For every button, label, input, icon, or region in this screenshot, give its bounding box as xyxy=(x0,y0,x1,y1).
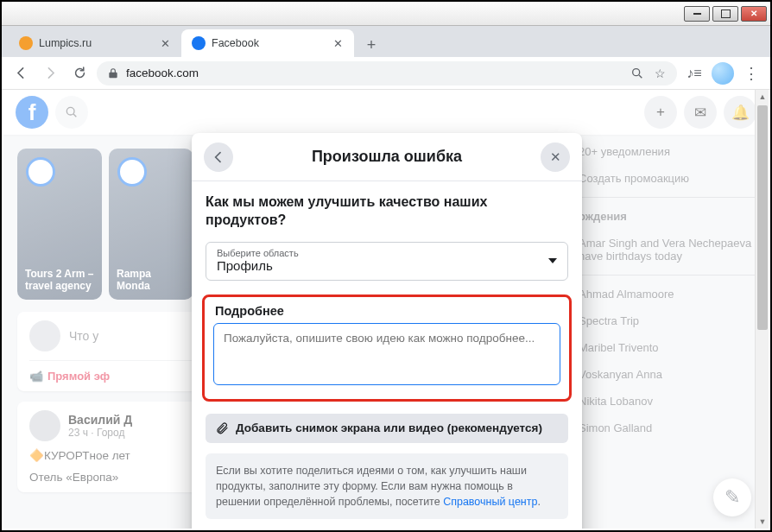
story-card[interactable]: Tours 2 Arm – travel agency xyxy=(17,149,102,300)
messenger-icon[interactable]: ✉ xyxy=(684,96,717,129)
scrollbar-thumb[interactable] xyxy=(757,105,768,330)
media-button[interactable]: ♪≡ xyxy=(682,61,706,86)
area-select[interactable]: Выберите область Профиль xyxy=(206,242,568,281)
composer-placeholder[interactable]: Что у xyxy=(69,329,98,343)
close-icon[interactable]: ✕ xyxy=(332,37,344,49)
attach-button[interactable]: Добавить снимок экрана или видео (рекоме… xyxy=(206,414,568,443)
browser-toolbar: facebook.com ☆ ♪≡ ⋮ xyxy=(2,57,770,90)
contact-item[interactable]: Voskanyan Anna xyxy=(575,361,756,388)
zoom-icon[interactable] xyxy=(630,66,644,80)
svg-point-2 xyxy=(66,107,74,115)
attach-label: Добавить снимок экрана или видео (рекоме… xyxy=(236,421,542,434)
favicon-icon xyxy=(192,36,206,50)
modal-footer: Отмена Отправить xyxy=(192,522,582,529)
modal-question: Как мы можем улучшить качество наших про… xyxy=(206,193,568,230)
favicon-icon xyxy=(19,36,33,50)
feedback-modal: Произошла ошибка ✕ Как мы можем улучшить… xyxy=(192,133,582,529)
post-author[interactable]: Василий Д xyxy=(68,413,132,427)
browser-tabstrip: Lumpics.ru ✕ Facebook ✕ + xyxy=(2,26,770,57)
back-button[interactable] xyxy=(9,61,33,86)
menu-button[interactable]: ⋮ xyxy=(739,61,763,86)
window-close-button[interactable] xyxy=(741,6,767,22)
details-label: Подробнее xyxy=(215,304,560,318)
profile-avatar[interactable] xyxy=(712,62,734,85)
scroll-up-icon[interactable]: ▲ xyxy=(756,90,769,104)
omnibox-actions: ☆ xyxy=(630,66,667,80)
paperclip-icon xyxy=(215,421,229,435)
modal-title: Произошла ошибка xyxy=(312,148,462,166)
close-icon[interactable]: ✕ xyxy=(159,37,171,49)
page-viewport: f + ✉ 🔔 Tours 2 Arm – travel agency Ramp… xyxy=(3,90,769,529)
scroll-down-icon[interactable]: ▼ xyxy=(756,515,769,529)
contact-item[interactable]: Nikita Lobanov xyxy=(575,388,756,415)
contact-item[interactable]: Ahmad Almamoore xyxy=(575,281,756,307)
url-text: facebook.com xyxy=(126,66,199,79)
bookmark-icon[interactable]: ☆ xyxy=(653,66,667,80)
address-bar[interactable]: facebook.com ☆ xyxy=(97,61,677,86)
help-center-link[interactable]: Справочный центр xyxy=(443,496,537,508)
details-highlight: Подробнее xyxy=(202,294,572,402)
window-titlebar xyxy=(2,2,770,26)
story-avatar-icon xyxy=(117,157,147,187)
fb-search-button[interactable] xyxy=(55,96,88,129)
tab-title: Lumpics.ru xyxy=(39,37,92,49)
avatar-icon xyxy=(29,320,60,352)
modal-header: Произошла ошибка ✕ xyxy=(192,133,582,181)
help-note: Если вы хотите поделиться идеями о том, … xyxy=(206,453,568,519)
details-textarea[interactable] xyxy=(213,323,560,385)
select-value: Профиль xyxy=(217,258,557,273)
chevron-down-icon xyxy=(548,258,557,263)
reload-button[interactable] xyxy=(67,61,92,86)
modal-back-button[interactable] xyxy=(204,142,233,172)
right-sidebar: 20+ уведомления Создать промоакцию ожден… xyxy=(575,138,756,441)
contact-item[interactable]: Spectra Trip xyxy=(575,307,756,334)
story-avatar-icon xyxy=(26,157,55,187)
select-label: Выберите область xyxy=(217,248,557,258)
new-tab-button[interactable]: + xyxy=(359,33,383,57)
story-card[interactable]: Rampa Monda xyxy=(109,149,193,300)
tab-title: Facebook xyxy=(212,37,259,49)
browser-tab-lumpics[interactable]: Lumpics.ru ✕ xyxy=(9,29,181,57)
story-title: Tours 2 Arm – travel agency xyxy=(25,268,94,292)
window-maximize-button[interactable] xyxy=(712,6,738,22)
birthdays-text: Amar Singh and Vera Nechepaeva have birt… xyxy=(575,230,756,269)
post-meta: 23 ч · Город xyxy=(68,427,132,439)
story-title: Rampa Monda xyxy=(117,268,186,292)
promo-item[interactable]: Создать промоакцию xyxy=(575,165,756,192)
avatar-icon xyxy=(29,410,60,441)
contact-item[interactable]: Simon Galland xyxy=(575,415,756,441)
svg-point-0 xyxy=(633,68,640,75)
vertical-scrollbar[interactable]: ▲ ▼ xyxy=(755,90,769,529)
fb-header: f + ✉ 🔔 xyxy=(3,90,769,135)
svg-line-3 xyxy=(73,114,76,117)
notif-item[interactable]: 20+ уведомления xyxy=(575,138,756,165)
new-message-fab[interactable]: ✎ xyxy=(713,478,751,516)
window-minimize-button[interactable] xyxy=(684,6,710,22)
notifications-icon[interactable]: 🔔 xyxy=(724,96,756,129)
birthdays-header: ождения xyxy=(575,203,756,230)
modal-body: Как мы можем улучшить качество наших про… xyxy=(192,181,582,522)
svg-line-1 xyxy=(639,75,642,78)
create-button[interactable]: + xyxy=(644,96,677,129)
lock-icon xyxy=(107,67,119,79)
browser-tab-facebook[interactable]: Facebook ✕ xyxy=(181,29,354,57)
contact-item[interactable]: Maribel Trivento xyxy=(575,334,756,361)
forward-button[interactable] xyxy=(38,61,62,86)
modal-close-button[interactable]: ✕ xyxy=(541,142,570,172)
fb-logo-icon[interactable]: f xyxy=(16,96,48,129)
